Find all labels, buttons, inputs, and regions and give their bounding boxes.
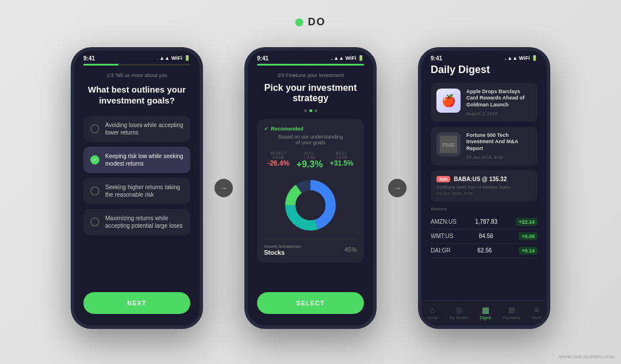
returns-row: WORSTCASE -26.4% AVG.CASE +9.3% BESTCASE… <box>264 151 357 170</box>
news-date-1: August 2, 2019 <box>466 111 532 116</box>
nav-home-label: Home <box>427 316 438 320</box>
option-1[interactable]: Avoiding loses while accepting lower ret… <box>83 116 190 142</box>
nav-home[interactable]: ⌂ Home <box>427 305 438 320</box>
apple-thumbnail: 🍎 <box>436 89 461 113</box>
phone-1-content: 1/3 Tell us more about you What best out… <box>74 64 200 316</box>
dot-2 <box>309 109 312 112</box>
worst-label: WORSTCASE <box>267 151 289 159</box>
market-change-2: +0.06 <box>519 232 538 240</box>
option-text-3: Seeking higher returns taking the reason… <box>105 183 183 198</box>
market-ticker-3: DAI:GR <box>431 247 450 254</box>
nav-more-label: More <box>532 316 541 320</box>
best-value: +31.5% <box>330 159 354 167</box>
option-3[interactable]: Seeking higher returns taking the reason… <box>83 178 190 204</box>
phone-2-time: 9:41 <box>257 55 269 62</box>
svg-text:F500: F500 <box>443 142 455 148</box>
markets-label: Markets <box>431 206 538 212</box>
market-price-3: 62.56 <box>477 247 492 254</box>
market-change-1: +22.14 <box>516 218 538 226</box>
phone-3-notch <box>461 51 507 62</box>
fortune-thumbnail: F500 <box>436 132 461 156</box>
nav-digest[interactable]: ▦ Digest <box>480 305 491 320</box>
progress-bar-2 <box>257 64 364 66</box>
assets-info: Assets breakdown Stocks <box>264 244 301 256</box>
market-row-1[interactable]: AMZN:US 1,787.83 +22.14 <box>431 215 538 229</box>
option-2[interactable]: Keeping risk low while seeking modest re… <box>83 147 190 173</box>
wealth-icon: ◎ <box>455 305 462 315</box>
payments-icon: ⊠ <box>508 305 515 315</box>
phone-2-notch <box>288 51 334 62</box>
recommended-label: Recomended <box>271 126 304 132</box>
radio-circle-3 <box>90 186 99 196</box>
nav-payments[interactable]: ⊠ Payments <box>503 305 520 320</box>
phone-3-content: Daily Digest 🍎 Apple Drops Barclays Card… <box>421 64 547 316</box>
trade-ticker: BABA:US @ 135.32 <box>454 176 507 182</box>
markets-section: Markets AMZN:US 1,787.83 +22.14 WMT:US 8… <box>431 206 538 258</box>
news-item-2[interactable]: F500 Fortune 500 Tech Investment And M&A… <box>431 127 538 166</box>
option-text-1: Avoiding loses while accepting lower ret… <box>105 121 183 136</box>
worst-value: -26.4% <box>267 159 289 167</box>
dots-indicator <box>257 109 364 112</box>
phone-1: 9:41 ▲▲▲ WiFi 🔋 1/3 Tell us more about y… <box>71 47 203 329</box>
digest-title: Daily Digest <box>431 64 538 76</box>
question-1: What best outlines your investment goals… <box>83 84 190 106</box>
radio-circle-2 <box>90 155 99 164</box>
next-button[interactable]: NEXT <box>83 292 190 314</box>
nav-wealth[interactable]: ◎ My Wealth <box>450 305 469 320</box>
dot-1 <box>304 109 307 112</box>
news-text-2: Fortune 500 Tech Investment And M&A Repo… <box>466 132 532 160</box>
option-text-2: Keeping risk low while seeking modest re… <box>105 152 183 167</box>
phone-3: 9:41 ▲▲▲ WiFi 🔋 Daily Digest 🍎 Apple Dro… <box>418 47 550 329</box>
nav-more[interactable]: ≡ More <box>532 305 541 320</box>
radio-circle-1 <box>90 124 99 133</box>
watermark: WWW.SHEJIDAREN.COM <box>559 354 614 359</box>
donut-chart <box>282 177 339 234</box>
dot-3 <box>315 109 317 112</box>
phone-2-content: 3/3 Finetune your investment Pick your i… <box>248 64 373 316</box>
arrow-1: → <box>214 179 233 197</box>
status-icons: ▲▲▲ WiFi 🔋 <box>154 55 190 61</box>
assets-section: Assets breakdown Stocks 45% <box>264 239 357 256</box>
trade-item[interactable]: Sell BABA:US @ 135.32 SoftBank Sells Par… <box>431 170 538 202</box>
news-text-1: Apple Drops Barclays Card Rewards Ahead … <box>466 89 532 116</box>
market-row-2[interactable]: WMT:US 84.56 +0.06 <box>431 229 538 244</box>
radio-circle-4 <box>90 217 99 227</box>
market-row-3[interactable]: DAI:GR 62.56 +0.14 <box>431 244 538 258</box>
do-label: DO <box>296 16 326 28</box>
sell-badge: Sell <box>436 176 450 182</box>
phone-1-time: 9:41 <box>83 55 95 62</box>
option-4[interactable]: Maximizing returns while accepting poten… <box>83 209 190 235</box>
donut-svg <box>282 177 339 234</box>
assets-label: Assets breakdown <box>264 244 301 249</box>
strategy-card: ✓ Recomended Based on our understandingo… <box>257 119 364 263</box>
news-item-1[interactable]: 🍎 Apple Drops Barclays Card Rewards Ahea… <box>431 83 538 122</box>
nav-payments-label: Payments <box>503 316 520 320</box>
nav-digest-label: Digest <box>480 316 491 320</box>
select-button[interactable]: SELECT <box>257 292 364 314</box>
digest-icon: ▦ <box>482 305 489 315</box>
trade-top: Sell BABA:US @ 135.32 <box>436 176 532 182</box>
svg-point-4 <box>296 190 325 220</box>
trade-date: 23 Jan 2018, 8:30 <box>436 191 532 196</box>
stocks-label: Stocks <box>264 249 301 256</box>
news-date-2: 23 Jan 2018, 8:30 <box>466 155 532 160</box>
home-icon: ⌂ <box>430 305 435 315</box>
worst-case: WORSTCASE -26.4% <box>267 151 289 170</box>
market-price-1: 1,787.83 <box>475 219 497 225</box>
market-change-3: +0.14 <box>519 247 538 255</box>
strategy-title: Pick your investment strategy <box>257 83 364 104</box>
market-ticker-1: AMZN:US <box>431 219 457 225</box>
do-text: DO <box>308 16 326 28</box>
status-icons-3: ▲▲▲ WiFi 🔋 <box>502 55 538 61</box>
news-headline-2: Fortune 500 Tech Investment And M&A Repo… <box>466 132 532 152</box>
stocks-percent: 45% <box>344 246 357 253</box>
more-icon: ≡ <box>534 305 539 315</box>
option-text-4: Maximizing returns while accepting poten… <box>105 214 183 229</box>
progress-bar-1 <box>83 64 190 66</box>
avg-case: AVG.CASE +9.3% <box>297 151 323 170</box>
do-dot <box>296 18 304 26</box>
phones-row: 9:41 ▲▲▲ WiFi 🔋 1/3 Tell us more about y… <box>71 47 550 329</box>
news-headline-1: Apple Drops Barclays Card Rewards Ahead … <box>466 89 532 109</box>
avg-label: AVG.CASE <box>297 151 323 159</box>
phone-2: 9:41 ▲▲▲ WiFi 🔋 3/3 Finetune your invest… <box>244 47 377 329</box>
